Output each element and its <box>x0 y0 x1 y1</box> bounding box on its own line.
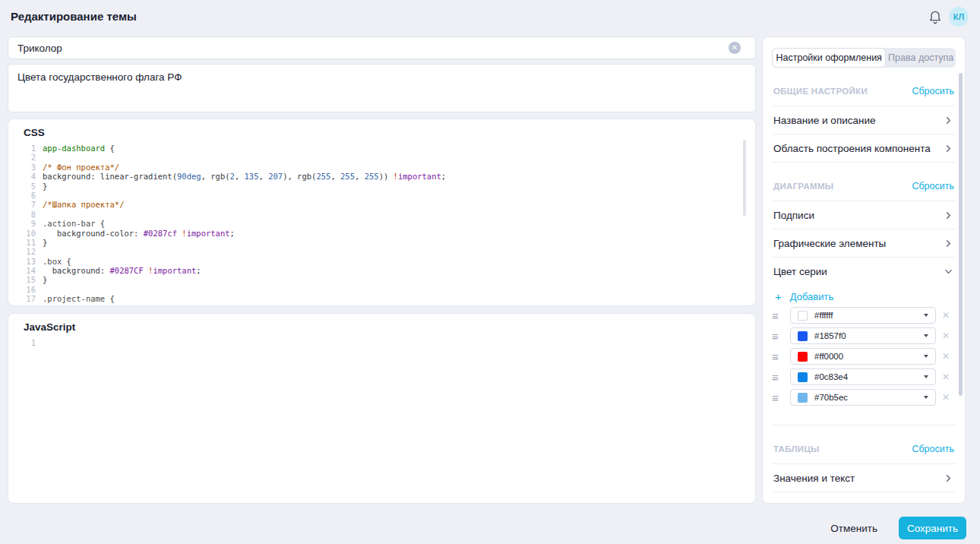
line-content: .action-bar { <box>36 219 105 228</box>
sidebar-item-expanded[interactable]: Цвет серии <box>772 257 956 285</box>
color-swatch <box>798 372 808 382</box>
color-swatch <box>798 311 808 321</box>
caret-down-icon <box>924 314 928 317</box>
tab-access-rights[interactable]: Права доступа <box>886 48 956 68</box>
remove-color-button[interactable]: ✕ <box>936 372 956 382</box>
reset-button[interactable]: Сбросить <box>912 86 954 96</box>
sidebar-item-collapsed[interactable]: Значения и текст <box>772 463 956 492</box>
settings-sidebar: Настройки оформленияПрава доступа ОБЩИЕ … <box>762 36 966 504</box>
code-line: 7/*Шапка проекта*/ <box>8 200 755 209</box>
code-line: 3/* Фон проекта*/ <box>8 163 755 172</box>
colors-spacer <box>772 410 956 425</box>
code-line: 14 background: #0287CF !important; <box>8 266 755 275</box>
color-select-dropdown[interactable]: #ff0000 <box>790 348 936 365</box>
reset-button[interactable]: Сбросить <box>912 444 954 454</box>
sidebar-item-label: Название и описание <box>773 115 876 126</box>
color-select-dropdown[interactable]: #70b5ec <box>790 389 936 406</box>
color-select-dropdown[interactable]: #ffffff <box>790 307 936 324</box>
drag-handle-icon[interactable]: ≡ <box>772 372 790 383</box>
tab-design-settings[interactable]: Настройки оформления <box>772 48 886 68</box>
code-line: 6 <box>8 191 755 200</box>
chevron-right-icon <box>943 473 954 484</box>
line-content <box>36 191 43 200</box>
code-line: 1 <box>8 338 755 347</box>
section-title: ТАБЛИЦЫ <box>773 444 820 454</box>
code-line: 8 <box>8 210 755 219</box>
js-editor-panel: JavaScript 1 <box>8 313 756 504</box>
remove-color-button[interactable]: ✕ <box>936 331 956 341</box>
line-content: } <box>36 182 47 191</box>
code-line: 9.action-bar { <box>8 219 755 228</box>
reset-button[interactable]: Сбросить <box>912 181 954 191</box>
css-code-area[interactable]: 1app-dashboard {23/* Фон проекта*/4backg… <box>8 144 755 306</box>
line-number: 14 <box>8 266 36 275</box>
section-header: ОБЩИЕ НАСТРОЙКИСбросить <box>772 68 956 106</box>
sidebar-item-collapsed[interactable]: Подписи <box>772 201 956 229</box>
line-content: } <box>36 275 47 284</box>
line-content: app-dashboard { <box>36 144 115 153</box>
line-content: /* Фон проекта*/ <box>36 163 119 172</box>
drag-handle-icon[interactable]: ≡ <box>772 392 790 403</box>
line-number: 13 <box>8 257 36 266</box>
remove-color-button[interactable]: ✕ <box>936 351 956 362</box>
series-color-row: ≡#ffffff✕ <box>772 307 956 324</box>
color-hex-label: #ffffff <box>814 311 917 320</box>
line-number: 1 <box>8 338 36 347</box>
remove-color-button[interactable]: ✕ <box>936 310 956 321</box>
page-title: Редактирование темы <box>11 10 137 23</box>
color-select-dropdown[interactable]: #0c83e4 <box>790 368 936 385</box>
sidebar-scrollbar[interactable] <box>959 73 963 396</box>
css-editor-label: CSS <box>24 127 755 138</box>
color-hex-label: #ff0000 <box>814 352 917 361</box>
drag-handle-icon[interactable]: ≡ <box>772 331 790 342</box>
remove-color-button[interactable]: ✕ <box>936 392 956 403</box>
series-color-row: ≡#1857f0✕ <box>772 327 956 344</box>
code-line: 12 <box>8 247 755 256</box>
clear-input-icon[interactable]: ✕ <box>729 42 741 54</box>
color-select-dropdown[interactable]: #1857f0 <box>790 327 936 344</box>
chevron-down-icon <box>943 266 954 277</box>
series-color-row: ≡#ff0000✕ <box>772 348 956 365</box>
notifications-bell-icon[interactable] <box>928 8 943 25</box>
add-color-button[interactable]: +Добавить <box>775 291 833 302</box>
cancel-button[interactable]: Отменить <box>827 518 880 539</box>
css-editor-panel: CSS 1app-dashboard {23/* Фон проекта*/4b… <box>8 119 756 306</box>
css-editor-scrollbar[interactable] <box>743 140 746 216</box>
user-avatar[interactable]: КЛ <box>949 7 969 27</box>
section-header: ТАБЛИЦЫСбросить <box>772 425 956 463</box>
color-swatch <box>798 352 808 362</box>
color-swatch <box>798 393 808 403</box>
drag-handle-icon[interactable]: ≡ <box>772 310 790 321</box>
line-content <box>36 153 43 162</box>
sidebar-item-collapsed[interactable]: Графические элементы <box>772 229 956 257</box>
line-number: 9 <box>8 219 36 228</box>
theme-editor-page: Редактирование темы КЛ ✕ Цвета государст… <box>0 0 980 544</box>
code-line: 16 <box>8 285 755 294</box>
sidebar-item-label: Цвет серии <box>773 266 827 277</box>
line-content <box>36 338 43 347</box>
line-number: 7 <box>8 200 36 209</box>
line-number: 18 <box>8 304 36 306</box>
drag-handle-icon[interactable]: ≡ <box>772 351 790 362</box>
sidebar-item-collapsed[interactable]: Область построения компонента <box>772 134 956 162</box>
caret-down-icon <box>924 396 928 399</box>
save-button[interactable]: Сохранить <box>899 517 966 539</box>
theme-description-textarea[interactable]: Цвета государственного флага РФ <box>8 64 756 112</box>
sidebar-tabs: Настройки оформленияПрава доступа <box>772 48 956 68</box>
line-content: /*Шапка проекта*/ <box>36 200 124 209</box>
chevron-right-icon <box>943 238 954 249</box>
js-code-area[interactable]: 1 <box>8 338 755 347</box>
line-number: 1 <box>8 144 36 153</box>
line-number: 4 <box>8 172 36 181</box>
js-editor-label: JavaScript <box>24 321 755 333</box>
add-color-label: Добавить <box>790 291 833 302</box>
theme-name-input[interactable] <box>8 36 756 59</box>
code-line: 15} <box>8 275 755 284</box>
line-content: .box { <box>36 257 71 266</box>
sidebar-item-collapsed[interactable]: Название и описание <box>772 106 956 134</box>
settings-group: ПодписиГрафические элементыЦвет серии+До… <box>772 201 956 425</box>
color-hex-label: #0c83e4 <box>814 372 917 381</box>
line-number: 2 <box>8 153 36 162</box>
color-swatch <box>798 331 808 341</box>
code-line: 10 background-color: #0287cf !important; <box>8 229 755 238</box>
